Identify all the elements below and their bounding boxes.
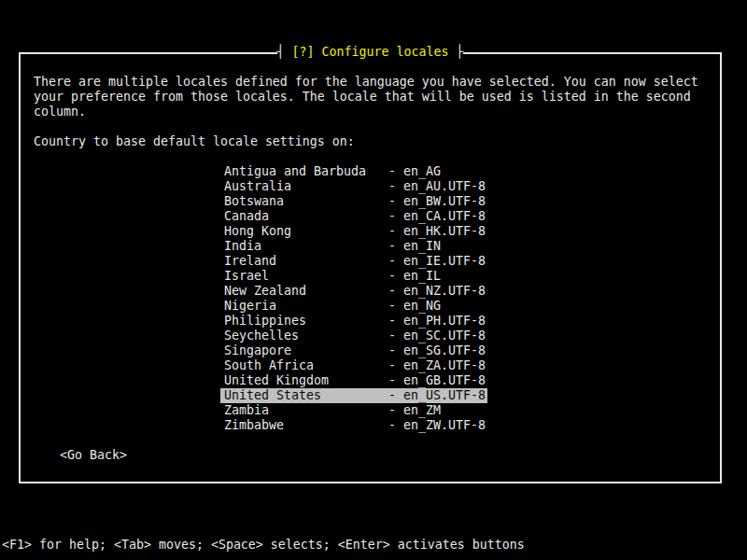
locale-code-label: en_NZ.UTF-8 [403, 284, 486, 298]
locale-separator: - [388, 269, 403, 284]
title-tick-right-icon: ├ [456, 45, 463, 59]
locale-country-label: United States [224, 388, 388, 403]
locale-option[interactable]: Singapore-en_SG.UTF-8 [220, 343, 487, 358]
locale-separator: - [388, 314, 403, 329]
locale-separator: - [388, 194, 403, 209]
locale-option[interactable]: Zimbabwe-en_ZW.UTF-8 [220, 418, 487, 433]
locale-separator: - [388, 388, 403, 403]
locale-country-label: India [224, 239, 388, 254]
locale-code-label: en_AU.UTF-8 [403, 179, 486, 193]
locale-country-label: Israel [224, 269, 388, 284]
locale-list: Antigua and Barbuda-en_AG Australia-en_A… [220, 164, 487, 433]
dialog-body-text-line-1: There are multiple locales defined for t… [34, 75, 698, 90]
locale-option[interactable]: South Africa-en_ZA.UTF-8 [220, 358, 487, 373]
locale-country-label: South Africa [224, 358, 388, 373]
locale-code-label: en_SG.UTF-8 [403, 343, 486, 357]
locale-country-label: Philippines [224, 314, 388, 329]
locale-code-label: en_ZA.UTF-8 [403, 358, 486, 372]
locale-code-label: en_ZW.UTF-8 [403, 418, 486, 432]
locale-option[interactable]: Nigeria-en_NG [220, 299, 487, 314]
locale-separator: - [388, 284, 403, 299]
dialog-body-text-line-2: your preference from those locales. The … [34, 90, 691, 105]
locale-option[interactable]: Philippines-en_PH.UTF-8 [220, 314, 487, 329]
locale-option[interactable]: Hong Kong-en_HK.UTF-8 [220, 224, 487, 239]
locale-country-label: Ireland [224, 254, 388, 269]
locale-separator: - [388, 224, 403, 239]
locale-code-label: en_SC.UTF-8 [403, 329, 486, 343]
locale-country-label: Hong Kong [224, 224, 388, 239]
locale-code-label: en_BW.UTF-8 [403, 194, 486, 208]
locale-code-label: en_ZM [403, 403, 441, 417]
locale-separator: - [388, 254, 403, 269]
locale-country-label: Botswana [224, 194, 388, 209]
locale-option[interactable]: Israel-en_IL [220, 269, 487, 284]
locale-country-label: Zimbabwe [224, 418, 388, 433]
locale-separator: - [388, 164, 403, 179]
locale-separator: - [388, 343, 403, 358]
locale-separator: - [388, 418, 403, 433]
locale-country-label: Antigua and Barbuda [224, 164, 388, 179]
locale-country-label: Canada [224, 209, 388, 224]
locale-code-label: en_US.UTF-8 [403, 388, 486, 402]
locale-option[interactable]: Ireland-en_IE.UTF-8 [220, 254, 487, 269]
locale-country-label: Nigeria [224, 299, 388, 314]
locale-option[interactable]: New Zealand-en_NZ.UTF-8 [220, 284, 487, 299]
locale-country-label: Singapore [224, 343, 388, 358]
locale-code-label: en_HK.UTF-8 [403, 224, 486, 238]
locale-separator: - [388, 239, 403, 254]
locale-code-label: en_PH.UTF-8 [403, 314, 486, 328]
terminal-screen: ┤[?] Configure locales├ There are multip… [0, 0, 747, 560]
locale-code-label: en_GB.UTF-8 [403, 373, 486, 387]
footer-help-text: <F1> for help; <Tab> moves; <Space> sele… [2, 538, 525, 553]
locale-country-label: United Kingdom [224, 373, 388, 388]
locale-country-label: Seychelles [224, 329, 388, 343]
locale-separator: - [388, 329, 403, 343]
locale-option[interactable]: United States-en_US.UTF-8 [220, 388, 487, 403]
locale-option[interactable]: Canada-en_CA.UTF-8 [220, 209, 487, 224]
locale-code-label: en_IL [403, 269, 441, 283]
go-back-button[interactable]: <Go Back> [60, 448, 127, 463]
locale-separator: - [388, 403, 403, 418]
locale-separator: - [388, 209, 403, 224]
locale-code-label: en_AG [403, 164, 441, 178]
dialog-title-text: [?] Configure locales [285, 45, 457, 59]
locale-country-label: New Zealand [224, 284, 388, 299]
locale-separator: - [388, 179, 403, 194]
locale-country-label: Australia [224, 179, 388, 194]
locale-option[interactable]: United Kingdom-en_GB.UTF-8 [220, 373, 487, 388]
title-tick-left-icon: ┤ [277, 45, 285, 59]
locale-option[interactable]: Botswana-en_BW.UTF-8 [220, 194, 487, 209]
locale-separator: - [388, 358, 403, 373]
locale-country-label: Zambia [224, 403, 388, 418]
locale-option[interactable]: India-en_IN [220, 239, 487, 254]
locale-code-label: en_IN [403, 239, 441, 253]
locale-prompt-label: Country to base default locale settings … [34, 134, 355, 149]
locale-option[interactable]: Antigua and Barbuda-en_AG [220, 164, 487, 179]
locale-code-label: en_IE.UTF-8 [403, 254, 486, 268]
locale-separator: - [388, 299, 403, 314]
locale-separator: - [388, 373, 403, 388]
locale-option[interactable]: Australia-en_AU.UTF-8 [220, 179, 487, 194]
configure-locales-dialog: ┤[?] Configure locales├ There are multip… [19, 52, 722, 483]
dialog-body-text-line-3: column. [34, 105, 86, 119]
locale-option[interactable]: Zambia-en_ZM [220, 403, 487, 418]
locale-option[interactable]: Seychelles-en_SC.UTF-8 [220, 329, 487, 343]
locale-code-label: en_NG [403, 299, 441, 313]
locale-code-label: en_CA.UTF-8 [403, 209, 486, 223]
dialog-title: ┤[?] Configure locales├ [277, 45, 464, 60]
